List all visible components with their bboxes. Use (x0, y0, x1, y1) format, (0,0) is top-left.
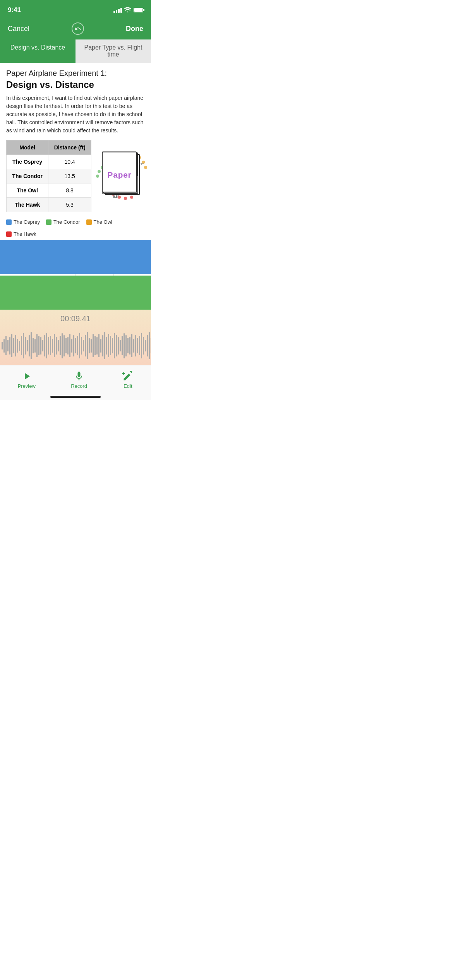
wave-bar (147, 335, 148, 356)
wave-bar (122, 336, 123, 355)
wave-bar (3, 339, 5, 353)
wave-bar (96, 337, 98, 355)
wave-bar (104, 332, 105, 359)
legend-label: The Condor (53, 219, 80, 225)
waveform[interactable] (0, 326, 151, 365)
wave-bar (116, 335, 117, 356)
wave-bar (63, 335, 65, 356)
tab-paper-flight[interactable]: Paper Type vs. Flight time (76, 39, 151, 63)
wave-bar (151, 338, 151, 353)
undo-button[interactable] (72, 22, 84, 35)
wave-bar (60, 336, 61, 355)
mic-icon (74, 371, 84, 382)
edit-control[interactable]: Edit (122, 371, 133, 389)
wave-bar (133, 339, 134, 353)
wave-bar (34, 339, 36, 353)
wave-bar (69, 334, 70, 357)
wave-bar (2, 342, 3, 350)
wave-bar (15, 335, 16, 356)
legend-label: The Hawk (14, 231, 36, 237)
chart-area (0, 240, 151, 310)
legend-color-dot (6, 231, 12, 237)
wave-bar (42, 340, 43, 351)
wave-bar (108, 334, 109, 357)
wave-bar (23, 333, 24, 358)
preview-control[interactable]: Preview (18, 371, 36, 389)
wave-bar (62, 333, 63, 358)
nav-bar: Cancel Done (0, 19, 151, 39)
wave-bar (98, 334, 100, 357)
paper-svg-illustration: Paper 8.5" 11" (91, 145, 151, 207)
paper-illustration: Paper 8.5" 11" (91, 140, 151, 212)
wave-bar (118, 337, 119, 355)
legend-color-dot (6, 219, 12, 225)
wave-bar (149, 332, 150, 359)
svg-point-11 (144, 166, 147, 169)
wave-bar (71, 339, 72, 353)
wave-bar (139, 336, 140, 355)
wave-bar (137, 338, 138, 353)
wave-bar (125, 335, 127, 356)
table-cell-model: The Owl (7, 183, 48, 198)
record-control[interactable]: Record (71, 371, 87, 389)
svg-text:Paper: Paper (108, 170, 132, 179)
legend-item: The Condor (46, 219, 80, 225)
wave-bar (21, 336, 22, 355)
tab-design-distance[interactable]: Design vs. Distance (0, 39, 76, 63)
wave-bar (110, 336, 111, 355)
legend-item: The Hawk (6, 231, 36, 237)
wave-bar (129, 337, 130, 355)
wave-bar (38, 336, 39, 355)
wave-bar (31, 332, 32, 359)
signal-bars-icon (113, 8, 122, 13)
experiment-description: In this experiment, I want to find out w… (6, 94, 145, 135)
audio-section: 00:09.41 (0, 310, 151, 365)
wave-bar (93, 334, 94, 357)
wave-bar (19, 341, 20, 351)
legend-color-dot (46, 219, 51, 225)
status-icons (113, 7, 143, 14)
wave-bar (52, 339, 53, 353)
wave-bar (73, 335, 74, 356)
home-bar (50, 396, 101, 398)
chart-bar-condor (0, 276, 151, 310)
wave-bar (145, 340, 146, 351)
wave-bar (89, 338, 90, 353)
svg-point-3 (96, 175, 99, 178)
waveform-bars (0, 326, 151, 365)
record-label: Record (71, 383, 87, 389)
legend-color-dot (86, 219, 92, 225)
wave-bar (135, 335, 136, 356)
wave-bar (56, 337, 57, 355)
wave-bar (83, 340, 84, 351)
wave-bar (13, 338, 14, 353)
wifi-icon (124, 7, 131, 14)
battery-icon (134, 8, 143, 12)
wave-bar (58, 340, 59, 351)
bottom-controls: Preview Record Edit (0, 365, 151, 393)
wave-bar (127, 338, 129, 353)
table-cell-distance: 13.5 (48, 169, 91, 183)
table-cell-distance: 5.3 (48, 198, 91, 212)
done-button[interactable]: Done (126, 25, 143, 33)
wave-bar (112, 338, 113, 353)
wave-bar (46, 333, 47, 358)
cancel-button[interactable]: Cancel (8, 25, 29, 33)
wave-bar (54, 334, 55, 357)
preview-label: Preview (18, 383, 36, 389)
svg-point-2 (98, 170, 101, 173)
wave-bar (36, 334, 38, 357)
table-header-model: Model (7, 140, 48, 155)
wave-bar (65, 338, 67, 353)
wave-bar (33, 338, 34, 353)
status-time: 9:41 (8, 6, 21, 14)
wave-bar (114, 333, 115, 358)
wave-bar (143, 337, 144, 355)
wave-bar (131, 334, 132, 357)
wave-bar (141, 333, 142, 358)
wave-bar (29, 335, 30, 356)
legend-item: The Osprey (6, 219, 40, 225)
wave-bar (85, 335, 86, 356)
table-cell-distance: 8.8 (48, 183, 91, 198)
wave-bar (27, 340, 28, 351)
